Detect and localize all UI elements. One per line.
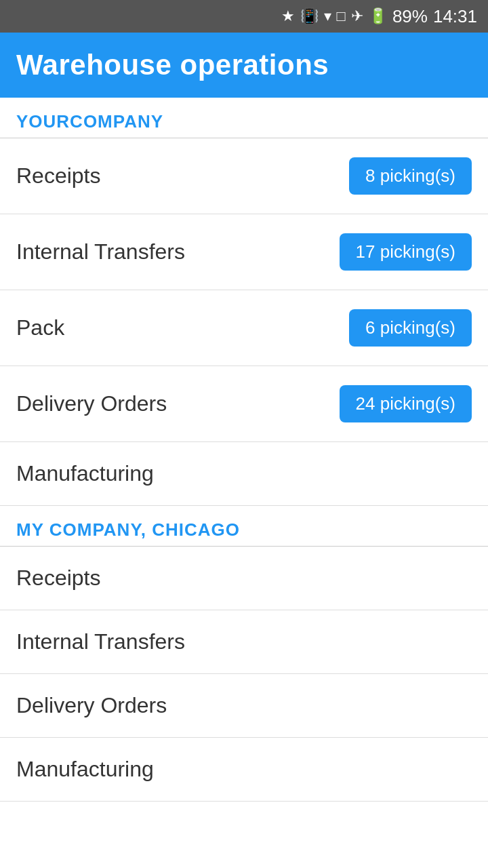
status-icons: ★ 📳 ▾ □ ✈ 🔋 89% 14:31 [281,6,477,27]
operation-label-pack: Pack [16,315,64,340]
operation-label-manufacturing-1: Manufacturing [16,461,154,486]
list-item[interactable]: Internal Transfers 17 picking(s) [0,214,488,290]
operation-label-delivery-2: Delivery Orders [16,693,167,718]
operation-label-internal-2: Internal Transfers [16,629,185,654]
picking-badge-pack[interactable]: 6 picking(s) [349,309,472,347]
list-item[interactable]: Manufacturing [0,442,488,506]
list-item[interactable]: Pack 6 picking(s) [0,290,488,366]
operation-label-receipts-2: Receipts [16,566,101,591]
list-item[interactable]: Receipts 8 picking(s) [0,138,488,214]
section-header-chicago: MY COMPANY, CHICAGO [0,506,488,546]
operation-label-receipts-1: Receipts [16,163,101,189]
picking-badge-internal-1[interactable]: 17 picking(s) [340,233,472,271]
list-item[interactable]: Manufacturing [0,738,488,802]
battery-icon: 🔋 [369,7,387,25]
wifi-icon: ▾ [324,7,331,25]
list-item[interactable]: Receipts [0,547,488,610]
battery-percent: 89% [392,6,428,27]
picking-badge-delivery-1[interactable]: 24 picking(s) [340,385,472,422]
list-item[interactable]: Delivery Orders [0,674,488,738]
section-chicago: MY COMPANY, CHICAGO Receipts Internal Tr… [0,506,488,802]
bluetooth-icon: ★ [281,7,295,25]
list-item[interactable]: Delivery Orders 24 picking(s) [0,366,488,442]
page-title: Warehouse operations [16,49,329,81]
airplane-icon: ✈ [351,7,363,25]
list-item[interactable]: Internal Transfers [0,610,488,674]
section-yourcompany: YOURCOMPANY Receipts 8 picking(s) Intern… [0,98,488,506]
operation-label-manufacturing-2: Manufacturing [16,757,154,782]
content: YOURCOMPANY Receipts 8 picking(s) Intern… [0,98,488,802]
picking-badge-receipts-1[interactable]: 8 picking(s) [349,157,472,195]
sim-icon: □ [337,7,346,25]
clock: 14:31 [433,6,477,27]
section-header-yourcompany: YOURCOMPANY [0,98,488,138]
status-bar: ★ 📳 ▾ □ ✈ 🔋 89% 14:31 [0,0,488,33]
operation-label-delivery-1: Delivery Orders [16,391,167,416]
operation-label-internal-1: Internal Transfers [16,239,185,264]
app-header: Warehouse operations [0,33,488,98]
vibrate-icon: 📳 [300,7,319,25]
